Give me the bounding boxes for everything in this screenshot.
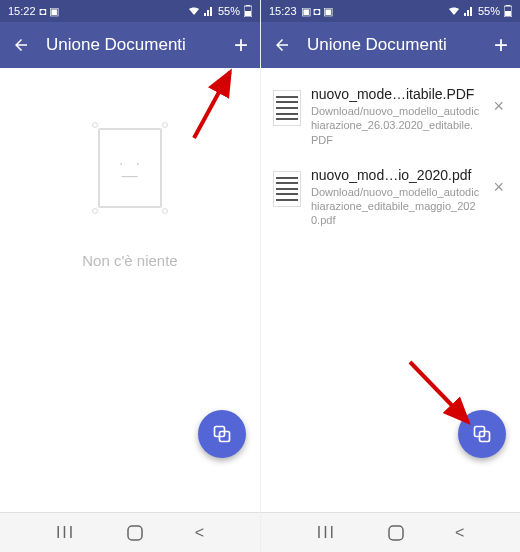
wifi-icon bbox=[448, 6, 460, 16]
content-area: nuovo_mode…itabile.PDF Download/nuovo_mo… bbox=[261, 68, 520, 512]
empty-state: . .— Non c'è niente bbox=[0, 128, 260, 269]
content-area: . .— Non c'è niente bbox=[0, 68, 260, 512]
nav-back[interactable]: < bbox=[195, 524, 204, 542]
merge-fab[interactable] bbox=[458, 410, 506, 458]
document-icon bbox=[273, 90, 301, 126]
back-button[interactable] bbox=[273, 36, 291, 54]
wifi-icon bbox=[188, 6, 200, 16]
nav-recent[interactable]: III bbox=[56, 524, 75, 542]
nav-back[interactable]: < bbox=[455, 524, 464, 542]
battery-icon bbox=[504, 5, 512, 17]
file-path: Download/nuovo_modello_autodichiarazione… bbox=[311, 185, 479, 228]
status-bar: 15:23 ▣ ◘ ▣ 55% bbox=[261, 0, 520, 22]
document-icon bbox=[273, 171, 301, 207]
svg-rect-13 bbox=[389, 526, 403, 540]
file-list: nuovo_mode…itabile.PDF Download/nuovo_mo… bbox=[261, 68, 520, 246]
list-item[interactable]: nuovo_mod…io_2020.pdf Download/nuovo_mod… bbox=[261, 157, 520, 238]
empty-illustration: . .— bbox=[98, 128, 162, 208]
svg-rect-9 bbox=[505, 11, 511, 16]
status-time: 15:23 bbox=[269, 5, 297, 17]
add-button[interactable]: + bbox=[494, 31, 508, 59]
merge-fab[interactable] bbox=[198, 410, 246, 458]
file-name: nuovo_mod…io_2020.pdf bbox=[311, 167, 479, 183]
battery-text: 55% bbox=[478, 5, 500, 17]
screen-right: 15:23 ▣ ◘ ▣ 55% Unione Documenti + bbox=[260, 0, 520, 552]
back-button[interactable] bbox=[12, 36, 30, 54]
battery-icon bbox=[244, 5, 252, 17]
svg-rect-1 bbox=[246, 5, 250, 6]
nav-bar: III < bbox=[0, 512, 260, 552]
empty-text: Non c'è niente bbox=[82, 252, 177, 269]
list-item[interactable]: nuovo_mode…itabile.PDF Download/nuovo_mo… bbox=[261, 76, 520, 157]
signal-icon bbox=[464, 6, 474, 16]
app-title: Unione Documenti bbox=[307, 35, 478, 55]
app-bar: Unione Documenti + bbox=[261, 22, 520, 68]
add-button[interactable]: + bbox=[234, 31, 248, 59]
app-title: Unione Documenti bbox=[46, 35, 218, 55]
file-path: Download/nuovo_modello_autodichiarazione… bbox=[311, 104, 479, 147]
nav-recent[interactable]: III bbox=[317, 524, 336, 542]
battery-text: 55% bbox=[218, 5, 240, 17]
svg-rect-8 bbox=[506, 5, 510, 6]
svg-line-12 bbox=[410, 362, 468, 422]
nav-home[interactable] bbox=[127, 525, 143, 541]
status-time: 15:22 bbox=[8, 5, 36, 17]
status-bar: 15:22 ◘ ▣ 55% bbox=[0, 0, 260, 22]
status-notif-icon: ◘ ▣ bbox=[40, 5, 60, 18]
svg-rect-2 bbox=[245, 11, 251, 16]
remove-button[interactable]: × bbox=[489, 92, 508, 121]
app-bar: Unione Documenti + bbox=[0, 22, 260, 68]
signal-icon bbox=[204, 6, 214, 16]
svg-rect-6 bbox=[128, 526, 142, 540]
status-notif-icon: ▣ ◘ ▣ bbox=[301, 5, 334, 18]
nav-bar: III < bbox=[261, 512, 520, 552]
file-name: nuovo_mode…itabile.PDF bbox=[311, 86, 479, 102]
screen-left: 15:22 ◘ ▣ 55% Unione Documenti + bbox=[0, 0, 260, 552]
remove-button[interactable]: × bbox=[489, 173, 508, 202]
nav-home[interactable] bbox=[388, 525, 404, 541]
